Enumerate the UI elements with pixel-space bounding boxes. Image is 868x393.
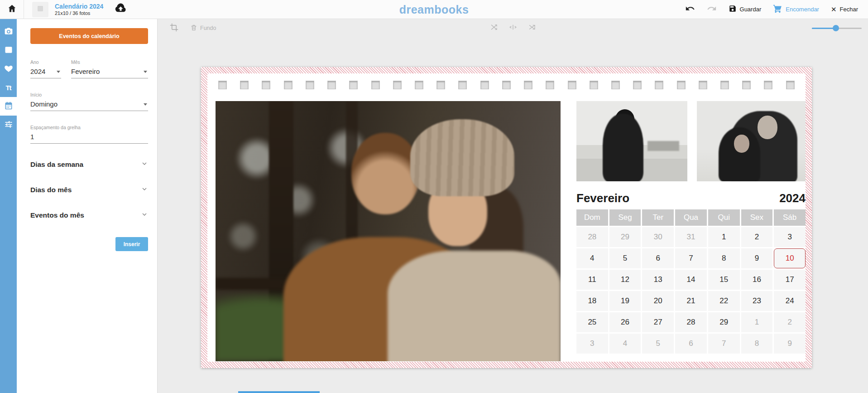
day-cell[interactable]: 22: [708, 291, 740, 311]
day-cell[interactable]: 24: [774, 291, 806, 311]
binding-hole: [218, 81, 227, 89]
day-cell[interactable]: 21: [675, 291, 707, 311]
day-cell[interactable]: 1: [708, 227, 740, 247]
home-button[interactable]: [0, 0, 24, 19]
binding-holes: [216, 81, 798, 89]
day-cell[interactable]: 7: [675, 248, 707, 268]
rail-item-favorites[interactable]: [0, 60, 17, 78]
day-cell[interactable]: 23: [741, 291, 773, 311]
zoom-slider-thumb[interactable]: [833, 25, 839, 31]
day-cell[interactable]: 5: [642, 334, 674, 354]
close-button[interactable]: ✕ Fechar: [831, 5, 858, 14]
day-cell[interactable]: 20: [642, 291, 674, 311]
day-cell[interactable]: 9: [774, 334, 806, 354]
calendar-events-button[interactable]: Eventos do calendário: [30, 28, 148, 44]
day-cell[interactable]: 6: [642, 248, 674, 268]
day-cell[interactable]: 8: [741, 334, 773, 354]
day-cell[interactable]: 28: [576, 227, 608, 247]
year-select[interactable]: Ano 2024: [30, 59, 61, 78]
binding-hole: [371, 81, 380, 89]
day-cell[interactable]: 26: [609, 312, 641, 332]
day-cell[interactable]: 2: [741, 227, 773, 247]
page-thumbnail-indicator[interactable]: [238, 391, 320, 393]
day-cell[interactable]: 3: [774, 227, 806, 247]
day-cell[interactable]: 5: [609, 248, 641, 268]
day-cell[interactable]: 4: [576, 248, 608, 268]
remove-background-button[interactable]: Fundo: [190, 24, 216, 33]
day-cell[interactable]: 18: [576, 291, 608, 311]
day-cell[interactable]: 25: [576, 312, 608, 332]
cloud-upload-icon: [115, 3, 126, 16]
undo-button[interactable]: [685, 4, 695, 15]
section-monthevents-label: Eventos do mês: [30, 211, 84, 219]
binding-hole: [699, 81, 707, 89]
binding-hole: [677, 81, 686, 89]
project-thumbnail[interactable]: [32, 2, 48, 17]
calendar-page-preview: Fevereiro 2024 DomSegTerQuaQuiSexSáb 282…: [201, 67, 812, 368]
binding-hole: [742, 81, 751, 89]
day-cell[interactable]: 2: [774, 312, 806, 332]
text-icon: Tt: [5, 84, 11, 92]
binding-hole: [436, 81, 445, 89]
day-cell[interactable]: 9: [741, 248, 773, 268]
weekday-cell: Qui: [708, 209, 740, 226]
day-cell[interactable]: 29: [708, 312, 740, 332]
shuffle-photos-button[interactable]: [490, 23, 498, 33]
day-cell[interactable]: 11: [576, 270, 608, 290]
day-cell[interactable]: 28: [675, 312, 707, 332]
day-cell[interactable]: 8: [708, 248, 740, 268]
save-icon: [729, 5, 737, 14]
month-value: Fevereiro: [71, 68, 100, 75]
day-cell[interactable]: 10: [774, 248, 806, 268]
day-cell[interactable]: 13: [642, 270, 674, 290]
rail-item-text[interactable]: Tt: [0, 78, 17, 97]
photo-detail: [758, 116, 777, 139]
redo-button[interactable]: [707, 4, 717, 15]
order-button[interactable]: Encomendar: [773, 4, 819, 15]
day-cell[interactable]: 17: [774, 270, 806, 290]
day-cell[interactable]: 6: [675, 334, 707, 354]
section-monthevents[interactable]: Eventos do mês: [30, 211, 148, 220]
day-cell[interactable]: 30: [642, 227, 674, 247]
cloud-upload-button[interactable]: [115, 3, 126, 16]
day-cell[interactable]: 29: [609, 227, 641, 247]
weekday-cell: Dom: [576, 209, 608, 226]
insert-button[interactable]: Inserir: [115, 237, 148, 251]
day-cell[interactable]: 31: [675, 227, 707, 247]
day-cell[interactable]: 16: [741, 270, 773, 290]
day-cell[interactable]: 4: [609, 334, 641, 354]
swap-horizontal-button[interactable]: [509, 23, 517, 33]
binding-hole: [458, 81, 467, 89]
main-photo-slot[interactable]: [216, 101, 561, 361]
weekday-cell: Sáb: [774, 209, 806, 226]
day-cell[interactable]: 7: [708, 334, 740, 354]
day-cell[interactable]: 14: [675, 270, 707, 290]
day-cell[interactable]: 27: [642, 312, 674, 332]
save-button[interactable]: Guardar: [729, 5, 762, 14]
grid-spacing-input[interactable]: Espaçamento da grelha 1: [30, 125, 148, 144]
day-cell[interactable]: 3: [576, 334, 608, 354]
small-photo-slot-2[interactable]: [697, 101, 806, 181]
rail-item-gallery[interactable]: [0, 41, 17, 60]
week-start-label: Início: [30, 92, 148, 97]
shuffle-layout-button[interactable]: [528, 23, 536, 33]
rail-item-calendar[interactable]: [0, 97, 17, 116]
zoom-slider[interactable]: [812, 25, 862, 31]
day-cell[interactable]: 1: [741, 312, 773, 332]
section-monthdays[interactable]: Dias do mês: [30, 185, 148, 194]
section-weekdays[interactable]: Dias da semana: [30, 160, 148, 169]
binding-hole: [262, 81, 270, 89]
day-cell[interactable]: 15: [708, 270, 740, 290]
rail-item-photos-upload[interactable]: [0, 23, 17, 41]
save-label: Guardar: [740, 6, 762, 13]
crop-button[interactable]: [170, 23, 178, 34]
rail-item-adjustments[interactable]: [0, 116, 17, 134]
small-photo-slot-1[interactable]: [576, 101, 687, 181]
week-start-select[interactable]: Início Domingo: [30, 92, 148, 111]
binding-hole: [546, 81, 554, 89]
photo-detail: [603, 114, 643, 181]
day-cell[interactable]: 12: [609, 270, 641, 290]
calendar-options-panel: Eventos do calendário Ano 2024 Mês Fever…: [17, 19, 158, 393]
day-cell[interactable]: 19: [609, 291, 641, 311]
month-select[interactable]: Mês Fevereiro: [71, 59, 148, 78]
